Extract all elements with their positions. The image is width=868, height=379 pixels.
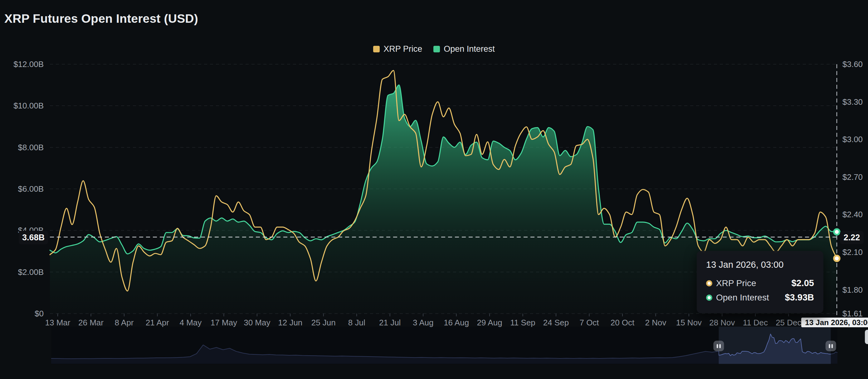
- nav-handle-right-grip[interactable]: [832, 344, 833, 348]
- x-axis-tick-label: 25 Jun: [311, 318, 336, 328]
- date-axis-pointer-badge: 13 Jan 2026, 03:00: [801, 318, 868, 327]
- x-axis-tick-label: 11 Sep: [510, 318, 535, 328]
- tooltip-label: XRP Price: [716, 278, 791, 288]
- tooltip-title: 13 Jan 2026, 03:00: [706, 260, 814, 270]
- tooltip-label: Open Interest: [716, 293, 785, 303]
- x-axis-tick-label: 11 Dec: [743, 318, 768, 328]
- x-axis-tick-label: 3 Aug: [413, 318, 434, 328]
- x-axis-tick-label: 25 Dec: [776, 318, 801, 328]
- left-axis-tick-label: $0: [0, 309, 44, 318]
- x-axis-tick-label: 24 Sep: [543, 318, 569, 328]
- nav-handle-left-grip[interactable]: [717, 344, 718, 348]
- nav-handle-right[interactable]: [826, 341, 836, 351]
- price-axis-pointer-badge: 2.22: [840, 231, 864, 244]
- x-axis-tick-label: 21 Apr: [146, 318, 169, 328]
- oi-dot-icon: [706, 295, 712, 301]
- tooltip-row-oi: Open Interest $3.93B: [706, 292, 814, 303]
- xrp-futures-chart-page: XRP Futures Open Interest (USD) XRP Pric…: [0, 0, 868, 379]
- price-dot-icon: [706, 280, 712, 286]
- right-axis-tick-label: $2.40: [842, 210, 863, 219]
- x-axis-tick-label: 28 Nov: [709, 318, 735, 328]
- left-axis-tick-label: $2.00B: [0, 267, 44, 277]
- x-axis-tick-label: 13 Mar: [45, 318, 70, 328]
- nav-handle-right-grip[interactable]: [829, 344, 830, 348]
- x-axis-tick-label: 30 May: [244, 318, 270, 328]
- nav-dim-left: [51, 326, 718, 364]
- x-axis-tick-label: 7 Oct: [579, 318, 599, 328]
- x-axis-tick-label: 21 Jul: [379, 318, 401, 328]
- tooltip: 13 Jan 2026, 03:00 XRP Price $2.05 Open …: [697, 251, 824, 313]
- x-axis-tick-label: 12 Jun: [278, 318, 302, 328]
- open-interest-marker: [834, 229, 840, 235]
- x-axis-tick-label: 2 Nov: [645, 318, 666, 328]
- x-axis-tick-label: 26 Mar: [78, 318, 103, 328]
- x-axis-tick-label: 8 Jul: [348, 318, 365, 328]
- x-axis-tick-label: 29 Aug: [477, 318, 502, 328]
- right-axis-tick-label: $1.80: [842, 285, 863, 295]
- left-axis-tick-label: $8.00B: [0, 142, 44, 152]
- nav-handle-left[interactable]: [713, 341, 724, 351]
- right-axis-tick-label: $3.60: [842, 60, 863, 69]
- oi-axis-pointer-badge: 3.68B: [19, 231, 48, 244]
- scroll-sliver[interactable]: [865, 330, 868, 344]
- tooltip-value: $3.93B: [785, 292, 814, 303]
- x-axis-tick-label: 8 Apr: [115, 318, 134, 328]
- tooltip-value: $2.05: [791, 278, 814, 288]
- left-axis-tick-label: $6.00B: [0, 184, 44, 194]
- x-axis-tick-label: 20 Oct: [611, 318, 634, 328]
- x-axis-tick-label: 17 May: [211, 318, 237, 328]
- x-axis-tick-label: 4 May: [179, 318, 202, 328]
- tooltip-row-price: XRP Price $2.05: [706, 278, 814, 288]
- x-axis-tick-label: 16 Aug: [444, 318, 469, 328]
- right-axis-tick-label: $1.61: [842, 309, 863, 318]
- left-axis-tick-label: $12.00B: [0, 60, 44, 69]
- right-axis-tick-label: $3.30: [842, 97, 863, 107]
- x-axis-tick-label: 15 Nov: [676, 318, 702, 328]
- right-axis-tick-label: $2.70: [842, 172, 863, 182]
- left-axis-tick-label: $10.00B: [0, 101, 44, 111]
- xrp-price-marker: [834, 255, 840, 261]
- right-axis-tick-label: $2.10: [842, 247, 863, 257]
- right-axis-tick-label: $3.00: [842, 135, 863, 144]
- nav-handle-left-grip[interactable]: [719, 344, 721, 348]
